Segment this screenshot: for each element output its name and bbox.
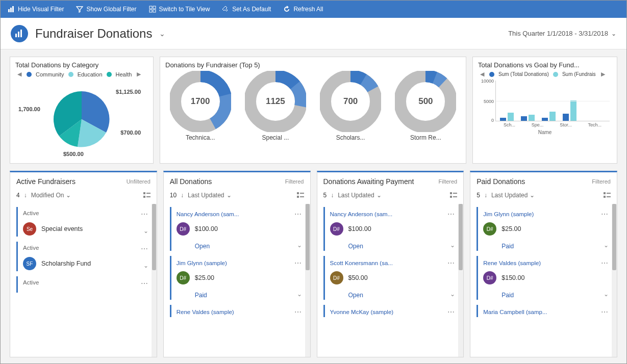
pie-label: $500.00	[63, 151, 84, 157]
more-icon[interactable]: ⋯	[294, 259, 302, 267]
svg-rect-1	[10, 8, 12, 12]
view-options-icon[interactable]	[450, 192, 457, 199]
item-name[interactable]: Nancy Anderson (sam...	[330, 211, 393, 217]
item-name[interactable]: Rene Valdes (sample)	[483, 260, 541, 266]
scrollbar[interactable]	[612, 204, 617, 357]
list-count: 5	[476, 192, 480, 199]
title-dropdown-icon[interactable]: ⌄	[159, 30, 165, 38]
more-icon[interactable]: ⋯	[601, 259, 609, 267]
list-title: Donations Awaiting Payment	[323, 177, 414, 186]
sort-dropdown[interactable]: Last Updated ⌄	[338, 192, 381, 199]
list-item[interactable]: Scott Konersmann (sa...⋯ D#$50.00 Open ⌄	[323, 256, 459, 300]
donut-value: 700	[320, 96, 381, 107]
refresh-icon	[283, 6, 290, 13]
date-range[interactable]: This Quarter 1/1/2018 - 3/31/2018	[508, 30, 608, 37]
sort-arrow-icon[interactable]: ↓	[181, 192, 184, 199]
item-name[interactable]: Jim Glynn (sample)	[483, 211, 534, 217]
command-bar: Hide Visual Filter Show Global Filter Sw…	[1, 1, 626, 18]
item-name[interactable]: Jim Glynn (sample)	[177, 260, 227, 266]
chevron-down-icon[interactable]: ⌄	[604, 291, 609, 298]
svg-rect-3	[149, 6, 152, 9]
item-name: Scholarship Fund	[41, 260, 91, 267]
svg-rect-15	[143, 196, 145, 198]
donut-chart[interactable]: 700 Scholars...	[320, 71, 381, 141]
scrollbar[interactable]	[305, 204, 310, 357]
more-icon[interactable]: ⋯	[141, 279, 148, 288]
item-name[interactable]: Maria Campbell (samp...	[483, 309, 547, 315]
more-icon[interactable]: ⋯	[447, 308, 455, 316]
date-dropdown-icon[interactable]: ⌄	[611, 30, 616, 37]
view-options-icon[interactable]	[604, 192, 611, 199]
show-global-filter-button[interactable]: Show Global Filter	[76, 6, 136, 13]
more-icon[interactable]: ⋯	[601, 308, 609, 316]
legend-prev-icon[interactable]: ◀	[479, 71, 485, 77]
switch-tile-view-button[interactable]: Switch to Tile View	[149, 6, 210, 13]
chevron-down-icon[interactable]: ⌄	[604, 242, 609, 249]
sort-dropdown[interactable]: Modified On ⌄	[31, 192, 71, 199]
item-name[interactable]: Rene Valdes (sample)	[177, 309, 234, 315]
sort-dropdown[interactable]: Last Updated ⌄	[188, 192, 231, 199]
list-item[interactable]: Active⋯ SeSpecial events ⌄	[16, 207, 152, 237]
chevron-down-icon[interactable]: ⌄	[450, 242, 455, 249]
list-item[interactable]: Nancy Anderson (sam...⋯ D#$100.00 Open ⌄	[170, 207, 305, 251]
scrollbar[interactable]	[152, 204, 157, 357]
list-item[interactable]: Active⋯	[16, 276, 152, 293]
hide-visual-filter-button[interactable]: Hide Visual Filter	[8, 6, 64, 13]
list-item[interactable]: Jim Glynn (sample)⋯ D#$25.00 Paid ⌄	[170, 256, 305, 300]
item-amount: $25.00	[195, 274, 214, 281]
set-default-button[interactable]: Set As Default	[222, 6, 271, 13]
svg-rect-9	[20, 30, 22, 37]
item-name[interactable]: Yvonne McKay (sample)	[330, 309, 394, 315]
list-item[interactable]: Yvonne McKay (sample)⋯	[323, 305, 459, 317]
chevron-down-icon[interactable]: ⌄	[450, 291, 455, 298]
more-icon[interactable]: ⋯	[141, 245, 148, 253]
svg-rect-16	[146, 193, 151, 194]
legend-prev-icon[interactable]: ◀	[16, 71, 22, 77]
item-status: Open	[348, 243, 456, 250]
donut-chart[interactable]: 1700 Technica...	[170, 71, 231, 141]
item-name[interactable]: Nancy Anderson (sam...	[177, 211, 239, 217]
donut-chart[interactable]: 1125 Special ...	[245, 71, 306, 141]
list-item[interactable]: Jim Glynn (sample)⋯ D#$25.00 Paid ⌄	[476, 207, 612, 251]
chevron-down-icon[interactable]: ⌄	[297, 291, 302, 298]
item-name[interactable]: Scott Konersmann (sa...	[330, 260, 393, 266]
more-icon[interactable]: ⋯	[447, 259, 455, 267]
page-header: Fundraiser Donations ⌄ This Quarter 1/1/…	[1, 18, 626, 49]
view-options-icon[interactable]	[297, 192, 304, 199]
scrollbar[interactable]	[458, 204, 463, 357]
more-icon[interactable]: ⋯	[294, 308, 302, 316]
sort-arrow-icon[interactable]: ↓	[24, 192, 27, 199]
item-amount: $150.00	[501, 274, 524, 281]
view-options-icon[interactable]	[143, 192, 151, 199]
list-item[interactable]: Active⋯ SFScholarship Fund ⌄	[16, 242, 152, 271]
avatar: SF	[23, 257, 36, 270]
list-item[interactable]: Nancy Anderson (sam...⋯ D#$100.00 Open ⌄	[323, 207, 459, 251]
avatar: D#	[483, 271, 496, 284]
refresh-all-button[interactable]: Refresh All	[283, 6, 323, 13]
chevron-down-icon[interactable]: ⌄	[297, 242, 302, 249]
legend-next-icon[interactable]: ▶	[600, 71, 606, 77]
legend-next-icon[interactable]: ▶	[136, 71, 142, 77]
list-item[interactable]: Maria Campbell (samp...⋯	[476, 305, 612, 317]
sort-arrow-icon[interactable]: ↓	[484, 192, 487, 199]
donut-caption: Technica...	[170, 134, 231, 141]
sort-dropdown[interactable]: Last Updated ⌄	[491, 192, 535, 199]
bar-chart[interactable]: 10000 5000 0	[495, 81, 610, 121]
chevron-down-icon[interactable]: ⌄	[143, 262, 148, 269]
donut-chart[interactable]: 500 Storm Re...	[395, 71, 456, 141]
sort-arrow-icon[interactable]: ↓	[331, 192, 334, 199]
more-icon[interactable]: ⋯	[601, 210, 609, 218]
list-item[interactable]: Rene Valdes (sample)⋯	[170, 305, 305, 317]
svg-rect-22	[450, 192, 452, 194]
avatar: D#	[483, 222, 496, 236]
list-filter-label: Filtered	[439, 178, 458, 185]
more-icon[interactable]: ⋯	[447, 210, 455, 218]
donut-caption: Scholars...	[320, 134, 381, 141]
more-icon[interactable]: ⋯	[141, 210, 148, 218]
more-icon[interactable]: ⋯	[294, 210, 302, 218]
chevron-down-icon[interactable]: ⌄	[143, 227, 148, 235]
svg-rect-0	[8, 9, 10, 12]
dashboard-icon	[11, 25, 28, 42]
list-item[interactable]: Rene Valdes (sample)⋯ D#$150.00 Paid ⌄	[476, 256, 612, 300]
page-title[interactable]: Fundraiser Donations	[35, 27, 152, 41]
